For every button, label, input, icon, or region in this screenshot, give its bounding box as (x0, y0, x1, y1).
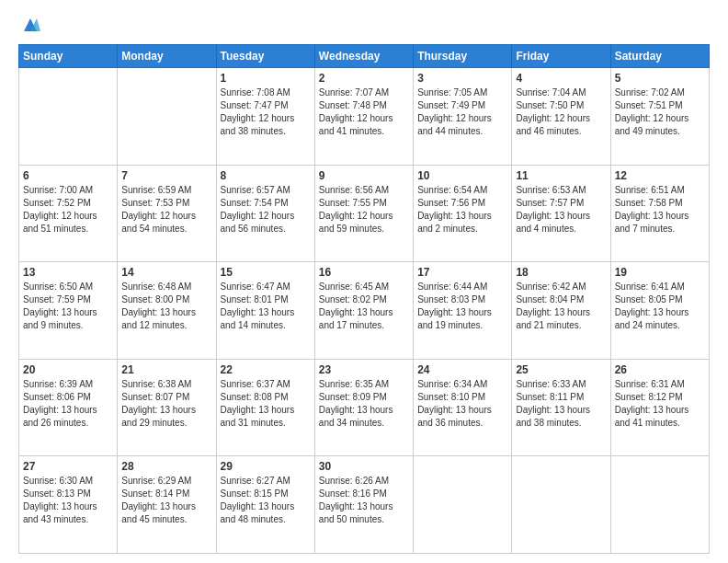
day-info: Sunrise: 6:59 AMSunset: 7:53 PMDaylight:… (121, 184, 211, 236)
calendar-cell: 27Sunrise: 6:30 AMSunset: 8:13 PMDayligh… (19, 456, 118, 554)
day-info: Sunrise: 6:54 AMSunset: 7:56 PMDaylight:… (417, 184, 507, 236)
calendar-cell: 22Sunrise: 6:37 AMSunset: 8:08 PMDayligh… (216, 359, 314, 456)
day-info: Sunrise: 6:34 AMSunset: 8:10 PMDaylight:… (417, 378, 507, 430)
day-number: 14 (121, 266, 211, 279)
calendar-cell: 18Sunrise: 6:42 AMSunset: 8:04 PMDayligh… (512, 262, 610, 360)
calendar-cell: 24Sunrise: 6:34 AMSunset: 8:10 PMDayligh… (414, 359, 512, 456)
calendar-cell (414, 456, 512, 554)
logo-icon (20, 15, 40, 35)
calendar-cell: 1Sunrise: 7:08 AMSunset: 7:47 PMDaylight… (216, 68, 314, 166)
calendar-cell: 12Sunrise: 6:51 AMSunset: 7:58 PMDayligh… (610, 165, 709, 262)
day-info: Sunrise: 6:51 AMSunset: 7:58 PMDaylight:… (615, 184, 705, 236)
day-info: Sunrise: 7:02 AMSunset: 7:51 PMDaylight:… (615, 86, 705, 138)
day-info: Sunrise: 6:41 AMSunset: 8:05 PMDaylight:… (615, 281, 705, 332)
day-number: 9 (319, 169, 409, 182)
day-info: Sunrise: 6:56 AMSunset: 7:55 PMDaylight:… (319, 184, 409, 236)
day-number: 4 (516, 72, 606, 85)
day-number: 10 (417, 169, 507, 182)
day-info: Sunrise: 6:38 AMSunset: 8:07 PMDaylight:… (121, 378, 211, 430)
day-number: 15 (221, 266, 311, 279)
logo (18, 15, 40, 35)
header (18, 15, 710, 35)
day-header-tuesday: Tuesday (216, 45, 314, 68)
day-number: 29 (221, 460, 311, 473)
day-number: 18 (516, 266, 606, 279)
day-info: Sunrise: 6:53 AMSunset: 7:57 PMDaylight:… (516, 184, 606, 236)
calendar-cell: 8Sunrise: 6:57 AMSunset: 7:54 PMDaylight… (216, 165, 314, 262)
calendar-cell: 7Sunrise: 6:59 AMSunset: 7:53 PMDaylight… (118, 165, 216, 262)
day-number: 26 (615, 363, 705, 376)
day-header-monday: Monday (118, 45, 216, 68)
calendar-cell: 5Sunrise: 7:02 AMSunset: 7:51 PMDaylight… (610, 68, 709, 166)
day-number: 19 (615, 266, 705, 279)
day-header-sunday: Sunday (19, 45, 118, 68)
week-row-5: 27Sunrise: 6:30 AMSunset: 8:13 PMDayligh… (19, 456, 710, 554)
calendar-cell: 30Sunrise: 6:26 AMSunset: 8:16 PMDayligh… (314, 456, 413, 554)
day-number: 7 (121, 169, 211, 182)
calendar-table: SundayMondayTuesdayWednesdayThursdayFrid… (18, 44, 710, 554)
calendar-cell: 28Sunrise: 6:29 AMSunset: 8:14 PMDayligh… (118, 456, 216, 554)
calendar-cell: 14Sunrise: 6:48 AMSunset: 8:00 PMDayligh… (118, 262, 216, 360)
day-info: Sunrise: 6:45 AMSunset: 8:02 PMDaylight:… (319, 281, 409, 332)
day-header-wednesday: Wednesday (314, 45, 413, 68)
day-info: Sunrise: 7:04 AMSunset: 7:50 PMDaylight:… (516, 86, 606, 138)
calendar-cell: 11Sunrise: 6:53 AMSunset: 7:57 PMDayligh… (512, 165, 610, 262)
calendar-cell: 9Sunrise: 6:56 AMSunset: 7:55 PMDaylight… (314, 165, 413, 262)
week-row-1: 1Sunrise: 7:08 AMSunset: 7:47 PMDaylight… (19, 68, 710, 166)
day-info: Sunrise: 7:07 AMSunset: 7:48 PMDaylight:… (319, 86, 409, 138)
calendar-cell: 19Sunrise: 6:41 AMSunset: 8:05 PMDayligh… (610, 262, 709, 360)
day-number: 11 (516, 169, 606, 182)
day-info: Sunrise: 6:48 AMSunset: 8:00 PMDaylight:… (121, 281, 211, 332)
day-info: Sunrise: 6:47 AMSunset: 8:01 PMDaylight:… (221, 281, 311, 332)
day-info: Sunrise: 6:39 AMSunset: 8:06 PMDaylight:… (23, 378, 113, 430)
day-info: Sunrise: 6:31 AMSunset: 8:12 PMDaylight:… (615, 378, 705, 430)
day-number: 3 (417, 72, 507, 85)
calendar-cell: 26Sunrise: 6:31 AMSunset: 8:12 PMDayligh… (610, 359, 709, 456)
day-number: 20 (23, 363, 113, 376)
day-number: 5 (615, 72, 705, 85)
day-info: Sunrise: 6:42 AMSunset: 8:04 PMDaylight:… (516, 281, 606, 332)
calendar-cell (610, 456, 709, 554)
day-number: 2 (319, 72, 409, 85)
calendar-cell: 4Sunrise: 7:04 AMSunset: 7:50 PMDaylight… (512, 68, 610, 166)
day-number: 8 (221, 169, 311, 182)
day-number: 13 (23, 266, 113, 279)
day-number: 23 (319, 363, 409, 376)
calendar-cell: 6Sunrise: 7:00 AMSunset: 7:52 PMDaylight… (19, 165, 118, 262)
day-info: Sunrise: 7:05 AMSunset: 7:49 PMDaylight:… (417, 86, 507, 138)
day-number: 27 (23, 460, 113, 473)
calendar-cell: 21Sunrise: 6:38 AMSunset: 8:07 PMDayligh… (118, 359, 216, 456)
day-info: Sunrise: 7:08 AMSunset: 7:47 PMDaylight:… (221, 86, 311, 138)
day-number: 28 (121, 460, 211, 473)
calendar-cell: 29Sunrise: 6:27 AMSunset: 8:15 PMDayligh… (216, 456, 314, 554)
day-info: Sunrise: 6:50 AMSunset: 7:59 PMDaylight:… (23, 281, 113, 332)
day-header-saturday: Saturday (610, 45, 709, 68)
calendar-cell: 3Sunrise: 7:05 AMSunset: 7:49 PMDaylight… (414, 68, 512, 166)
calendar-cell: 25Sunrise: 6:33 AMSunset: 8:11 PMDayligh… (512, 359, 610, 456)
calendar-cell (19, 68, 118, 166)
calendar-cell (512, 456, 610, 554)
day-number: 17 (417, 266, 507, 279)
calendar-cell: 2Sunrise: 7:07 AMSunset: 7:48 PMDaylight… (314, 68, 413, 166)
day-number: 24 (417, 363, 507, 376)
day-info: Sunrise: 6:44 AMSunset: 8:03 PMDaylight:… (417, 281, 507, 332)
day-number: 1 (221, 72, 311, 85)
day-number: 21 (121, 363, 211, 376)
day-info: Sunrise: 6:35 AMSunset: 8:09 PMDaylight:… (319, 378, 409, 430)
calendar-cell (118, 68, 216, 166)
day-number: 16 (319, 266, 409, 279)
calendar-cell: 20Sunrise: 6:39 AMSunset: 8:06 PMDayligh… (19, 359, 118, 456)
week-row-2: 6Sunrise: 7:00 AMSunset: 7:52 PMDaylight… (19, 165, 710, 262)
calendar-cell: 10Sunrise: 6:54 AMSunset: 7:56 PMDayligh… (414, 165, 512, 262)
week-row-4: 20Sunrise: 6:39 AMSunset: 8:06 PMDayligh… (19, 359, 710, 456)
day-info: Sunrise: 6:27 AMSunset: 8:15 PMDaylight:… (221, 475, 311, 526)
day-number: 6 (23, 169, 113, 182)
day-header-thursday: Thursday (414, 45, 512, 68)
day-info: Sunrise: 6:29 AMSunset: 8:14 PMDaylight:… (121, 475, 211, 526)
calendar-header-row: SundayMondayTuesdayWednesdayThursdayFrid… (19, 45, 710, 68)
week-row-3: 13Sunrise: 6:50 AMSunset: 7:59 PMDayligh… (19, 262, 710, 360)
day-number: 30 (319, 460, 409, 473)
calendar-cell: 15Sunrise: 6:47 AMSunset: 8:01 PMDayligh… (216, 262, 314, 360)
day-header-friday: Friday (512, 45, 610, 68)
day-number: 22 (221, 363, 311, 376)
